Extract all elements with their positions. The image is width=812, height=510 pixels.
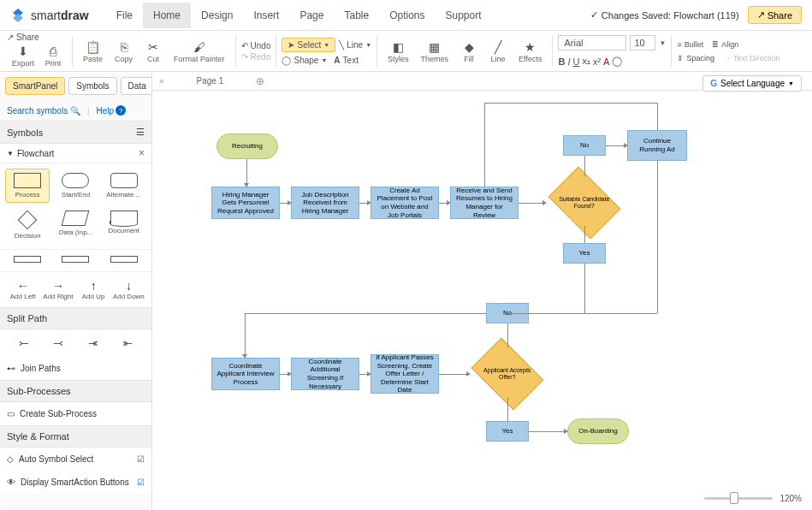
ribbon-effects[interactable]: ★Effects — [513, 38, 547, 65]
share-button[interactable]: ↗ Share — [748, 6, 802, 24]
page-tab-1[interactable]: Page 1 — [197, 76, 224, 86]
ribbon-align[interactable]: ≣ Align — [712, 40, 738, 49]
ribbon-bullet[interactable]: ≡ Bullet — [677, 40, 703, 49]
tab-smartpanel[interactable]: SmartPanel — [5, 77, 65, 95]
ribbon-print[interactable]: ⎙Print — [39, 42, 67, 69]
ribbon-redo[interactable]: ↷Redo — [241, 52, 271, 62]
subprocess-icon: ▭ — [7, 409, 15, 418]
shape-alternate[interactable]: Alternate ... — [102, 169, 146, 203]
ribbon-paste[interactable]: 📋Paste — [78, 38, 108, 65]
shape-category[interactable]: ▼ Flowchart × — [0, 144, 151, 163]
ribbon-styles[interactable]: ◧Styles — [382, 38, 414, 65]
node-screening[interactable]: Coordinate Additional Screening if Neces… — [291, 358, 359, 390]
ribbon-line-tool[interactable]: ╲Line▼ — [339, 40, 371, 50]
subscript-button[interactable]: x₂ — [582, 56, 590, 67]
ribbon-text[interactable]: AText — [334, 56, 359, 65]
join-paths[interactable]: ⊷Join Paths — [0, 357, 151, 380]
shape-more-2[interactable] — [53, 252, 98, 270]
highlight-button[interactable]: ◯ — [612, 56, 622, 67]
menu-support[interactable]: Support — [436, 3, 492, 28]
canvas-area: » Page 1 ⊕ G Select Language ▼ Recruitin… — [152, 72, 812, 510]
add-left[interactable]: ←Add Left — [5, 277, 40, 302]
menu-insert[interactable]: Insert — [243, 3, 289, 28]
close-icon[interactable]: × — [139, 147, 145, 159]
brush-icon: 🖌 — [193, 39, 205, 55]
font-color-button[interactable]: A — [603, 56, 609, 67]
menu-file[interactable]: File — [106, 3, 143, 28]
node-yes1[interactable]: Yes — [563, 243, 606, 264]
node-recruiting[interactable]: Recruiting — [216, 133, 278, 159]
logo-icon — [10, 8, 26, 23]
add-down[interactable]: ↓Add Down — [111, 277, 146, 302]
node-onboarding[interactable]: On-Boarding — [567, 418, 629, 444]
italic-button[interactable]: I — [567, 56, 570, 67]
split-3[interactable]: ⤛ — [76, 336, 110, 350]
ribbon-text-direction[interactable]: → Text Direction — [723, 54, 780, 62]
share-label: Share — [768, 10, 792, 21]
node-job-desc[interactable]: Job Description Received from Hiring Man… — [291, 187, 359, 219]
ribbon-undo[interactable]: ↶Undo — [241, 41, 271, 50]
add-page[interactable]: ⊕ — [256, 75, 264, 87]
superscript-button[interactable]: x² — [593, 56, 601, 67]
shape-decision[interactable]: Decision — [5, 206, 50, 244]
node-offer-letter[interactable]: If Applicant Passes Screening, Create Of… — [370, 354, 439, 394]
menu-design[interactable]: Design — [191, 3, 243, 28]
cut-icon: ✂ — [148, 39, 158, 55]
shape-process[interactable]: Process — [5, 169, 50, 203]
ribbon-share[interactable]: ↗Share — [7, 33, 39, 42]
ribbon-shape[interactable]: ◯Shape▼ — [282, 56, 327, 65]
language-select[interactable]: G Select Language ▼ — [702, 75, 802, 92]
node-continue-ad[interactable]: Continue Running Ad — [627, 130, 687, 161]
node-yes2[interactable]: Yes — [486, 421, 529, 442]
canvas[interactable]: Recruiting Hiring Manager Gets Personnel… — [152, 91, 812, 510]
tab-symbols[interactable]: Symbols — [68, 77, 116, 95]
menu-page[interactable]: Page — [289, 3, 334, 28]
zoom-slider[interactable] — [704, 497, 773, 500]
help-icon: ? — [116, 105, 126, 116]
node-no1[interactable]: No — [563, 135, 606, 156]
auto-symbol-select[interactable]: ◇Auto Symbol Select☑ — [0, 448, 151, 471]
shape-document[interactable]: Document — [102, 206, 146, 244]
ribbon-cut[interactable]: ✂Cut — [139, 38, 167, 65]
tab-data[interactable]: Data — [121, 77, 152, 95]
ribbon-fill[interactable]: ◆Fill — [455, 38, 483, 65]
underline-button[interactable]: U — [572, 56, 579, 67]
bold-button[interactable]: B — [558, 56, 565, 67]
create-subprocess[interactable]: ▭Create Sub-Process — [0, 402, 151, 425]
ribbon-themes[interactable]: ▦Themes — [416, 38, 454, 65]
font-select[interactable]: Arial — [558, 35, 626, 50]
menu-icon[interactable]: ☰ — [136, 127, 145, 138]
node-interview[interactable]: Coordinate Applicant Interview Process — [211, 358, 280, 390]
node-create-ad[interactable]: Create Ad Placement to Post on Website a… — [370, 187, 439, 219]
shape-startend[interactable]: Start/End — [53, 169, 98, 203]
line-icon: ╲ — [339, 40, 344, 50]
split-2[interactable]: ⤙ — [41, 336, 75, 350]
menu-table[interactable]: Table — [334, 3, 379, 28]
split-4[interactable]: ⤜ — [110, 336, 145, 350]
shape-more-3[interactable] — [102, 252, 146, 270]
add-right[interactable]: →Add Right — [40, 277, 75, 302]
split-1[interactable]: ⤚ — [7, 336, 41, 350]
add-up[interactable]: ↑Add Up — [76, 277, 111, 302]
ribbon-export[interactable]: ⬇Export — [7, 42, 39, 69]
chevron-down-icon: ▼ — [365, 42, 371, 48]
search-symbols-link[interactable]: Search symbols 🔍 — [7, 106, 80, 116]
collapse-icon[interactable]: » — [159, 76, 164, 86]
app-name-bold: draw — [61, 9, 89, 22]
ribbon-select[interactable]: ➤Select▼ — [282, 38, 335, 52]
chevron-down-icon[interactable]: ▼ — [659, 39, 666, 47]
node-receive-resumes[interactable]: Receive and Send Resumes to Hiring Manag… — [450, 187, 519, 219]
shape-more-1[interactable] — [5, 252, 50, 270]
ribbon-copy[interactable]: ⎘Copy — [110, 38, 138, 65]
menu-options[interactable]: Options — [379, 3, 435, 28]
ribbon-format-painter[interactable]: 🖌Format Painter — [169, 38, 230, 65]
ribbon-spacing[interactable]: ⇕ Spacing — [677, 54, 714, 62]
shape-data[interactable]: Data (Inp... — [53, 206, 98, 244]
display-smartaction[interactable]: 👁Display SmartAction Buttons☑ — [0, 471, 151, 494]
menu-home[interactable]: Home — [143, 3, 191, 28]
zoom-thumb[interactable] — [730, 492, 738, 504]
node-hiring-manager[interactable]: Hiring Manager Gets Personnel Request Ap… — [211, 187, 280, 219]
font-size-select[interactable]: 10 — [630, 35, 655, 50]
help-link[interactable]: Help ? — [97, 105, 127, 116]
ribbon-line-style[interactable]: ╱Line — [484, 38, 512, 65]
